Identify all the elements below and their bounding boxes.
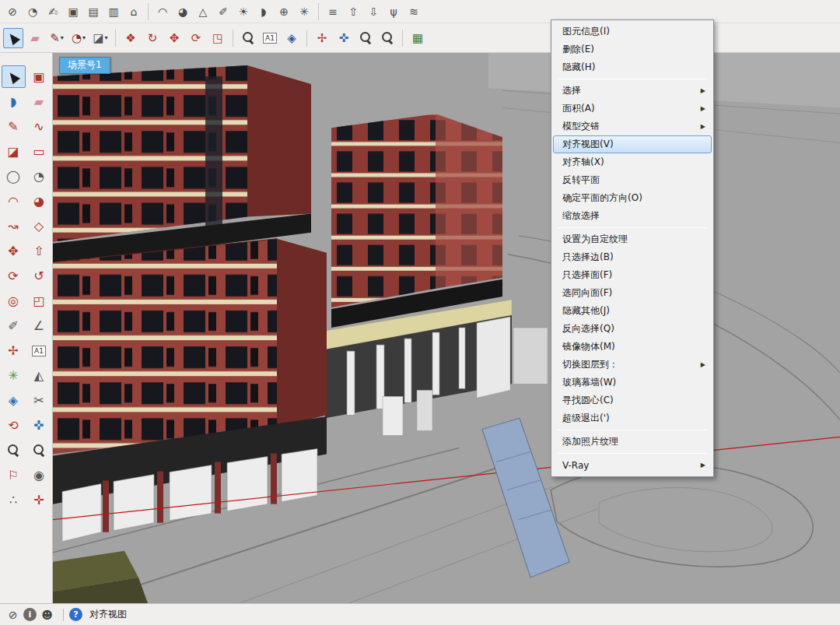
menu-item[interactable]: 模型交错▶ — [553, 118, 712, 135]
menu-item[interactable]: 镜像物体(M) — [553, 338, 712, 356]
prism-tool[interactable]: ◭ — [27, 364, 51, 387]
axes-tool[interactable]: ✢ — [2, 339, 26, 362]
component-tool[interactable]: ▣ — [27, 65, 51, 88]
gear-sun-icon[interactable]: ✳ — [295, 2, 313, 21]
zoom-tool[interactable] — [2, 439, 26, 462]
sandbox-drop-tool[interactable]: ❖ — [121, 28, 141, 48]
globe-icon[interactable]: ⊕ — [275, 2, 293, 21]
teapot-icon[interactable]: ◔ — [23, 2, 42, 21]
orbit-tool[interactable]: ⟲ — [2, 414, 26, 437]
box-down-icon[interactable]: ⇩ — [364, 2, 383, 21]
menu-item[interactable]: 缩放选择 — [553, 207, 712, 225]
scene-tab[interactable]: 场景号1 — [59, 57, 110, 74]
paint-tool[interactable]: ◈ — [2, 389, 26, 412]
pencil-tool[interactable]: ✎▾ — [47, 28, 67, 48]
menu-item[interactable]: 图元信息(I) — [553, 23, 712, 40]
grass-icon[interactable]: ψ — [384, 2, 403, 21]
box-up-icon[interactable]: ⇧ — [344, 2, 362, 21]
polygon-tool[interactable]: ◇ — [27, 215, 51, 237]
model-info-icon[interactable]: ⊘ — [6, 608, 19, 621]
rotate-tool[interactable]: ⟳ — [2, 265, 26, 287]
zoom-window-tool[interactable] — [27, 439, 51, 462]
shell-tool[interactable]: ◗ — [2, 90, 26, 113]
account-icon[interactable]: ☻ — [40, 608, 54, 621]
move-tool[interactable]: ✥ — [2, 240, 26, 262]
pen-ruler-icon[interactable]: ✐ — [214, 2, 233, 21]
dropdown-caret-icon[interactable]: ▾ — [82, 34, 86, 41]
select-tool[interactable] — [3, 28, 23, 48]
tape-measure-tool[interactable]: ✐ — [2, 314, 26, 337]
arc-tool[interactable]: ◠ — [2, 190, 26, 212]
map-view-tool[interactable]: ▦ — [408, 28, 428, 48]
select-tool[interactable] — [2, 65, 26, 88]
cone-tool-icon[interactable]: △ — [194, 2, 212, 21]
layer-stack-icon[interactable]: ≡ — [324, 2, 342, 21]
offset-tool[interactable]: ◎ — [2, 290, 26, 312]
menu-item[interactable]: V-Ray▶ — [553, 456, 712, 474]
zoom-tool[interactable] — [355, 28, 376, 48]
zoom-measure-tool[interactable] — [238, 28, 258, 48]
material-panel-icon[interactable]: ▤ — [84, 2, 103, 21]
export-view-tool[interactable]: ◳ — [208, 28, 228, 48]
pan-tool[interactable]: ✜ — [27, 414, 51, 437]
component-panel-icon[interactable]: ▥ — [104, 2, 123, 21]
text-label-tool[interactable]: A1 — [27, 339, 51, 362]
hand-sketch-icon[interactable]: ✍ — [44, 2, 62, 21]
home-lock-icon[interactable]: ⌂ — [124, 2, 143, 21]
axes-color-tool[interactable]: ✢ — [312, 28, 332, 48]
xray-axes-tool[interactable]: ✳ — [2, 364, 26, 387]
move-red-tool[interactable]: ✥ — [164, 28, 184, 48]
photo-panel-icon[interactable]: ▣ — [64, 2, 82, 21]
dropdown-caret-icon[interactable]: ▾ — [105, 34, 108, 41]
menu-item[interactable]: 对齐视图(V) — [553, 135, 712, 153]
menu-item[interactable]: 超级退出(') — [553, 409, 712, 427]
menu-item[interactable]: 只选择边(B) — [553, 248, 712, 266]
menu-item[interactable]: 面积(A)▶ — [553, 100, 712, 118]
follow-me-tool[interactable]: ↺ — [27, 265, 51, 287]
menu-item[interactable]: 反向选择(Q) — [553, 320, 712, 338]
dome-icon[interactable]: ◗ — [254, 2, 273, 21]
zoom-extents-tool[interactable] — [377, 28, 397, 48]
gradient-face-tool[interactable]: ◪▾ — [90, 28, 110, 48]
center-arc-tool[interactable]: ◔ — [27, 165, 51, 188]
bezier-tool[interactable]: ↝ — [2, 215, 26, 237]
push-pull-tool[interactable]: ⇧ — [27, 240, 51, 262]
menu-item[interactable]: 对齐轴(X) — [553, 153, 712, 171]
circle-tool[interactable]: ◯ — [2, 165, 26, 188]
menu-item[interactable]: 玻璃幕墙(W) — [553, 374, 712, 392]
viewport-3d-scene[interactable]: 场景号1 — [53, 53, 840, 603]
menu-item[interactable]: 只选择面(F) — [553, 266, 712, 284]
paint-bucket-tool[interactable]: ◈ — [282, 28, 302, 48]
menu-item[interactable]: 隐藏(H) — [553, 58, 712, 76]
menu-item[interactable]: 反转平面 — [553, 171, 712, 189]
style-sphere-icon[interactable]: ⊘ — [3, 2, 22, 21]
freehand-tool[interactable]: ∿ — [27, 115, 51, 138]
walk-tool[interactable]: ∴ — [2, 489, 26, 511]
pie-tool[interactable]: ◕ — [27, 190, 51, 212]
eraser-tool[interactable]: ▰ — [27, 90, 51, 113]
protractor-tool[interactable]: ∠ — [27, 314, 51, 337]
eraser-tool[interactable]: ▰ — [25, 28, 45, 48]
graduate-tool-icon[interactable]: ◠ — [153, 2, 172, 21]
menu-item[interactable]: 选同向面(F) — [553, 284, 712, 302]
dimension-label-tool[interactable]: A1 — [260, 28, 280, 48]
arc-tool[interactable]: ◔▾ — [68, 28, 89, 48]
dropdown-caret-icon[interactable]: ▾ — [61, 34, 64, 41]
look-around-tool[interactable]: ◉ — [27, 464, 51, 486]
menu-item[interactable]: 选择▶ — [553, 82, 712, 100]
refresh-tool[interactable]: ⟳ — [186, 28, 206, 48]
menu-item[interactable]: 添加照片纹理 — [553, 433, 712, 451]
menu-item[interactable]: 删除(E) — [553, 40, 712, 58]
compass-target-tool[interactable]: ✛ — [27, 489, 51, 511]
circle-sector-icon[interactable]: ◕ — [173, 2, 192, 21]
scale-tool[interactable]: ◰ — [27, 290, 51, 312]
credits-icon[interactable]: i — [23, 608, 37, 621]
menu-item[interactable]: 寻找圆心(C) — [553, 392, 712, 409]
position-camera-tool[interactable]: ⚐ — [2, 464, 26, 486]
section-tool[interactable]: ✂ — [27, 389, 51, 412]
leaf-wing-icon[interactable]: ≋ — [404, 2, 423, 21]
pan-hand-tool[interactable]: ✜ — [334, 28, 354, 48]
help-icon[interactable]: ? — [69, 608, 82, 621]
menu-item[interactable]: 确定平面的方向(O) — [553, 189, 712, 207]
rectangle-tool[interactable]: ▭ — [27, 140, 51, 163]
